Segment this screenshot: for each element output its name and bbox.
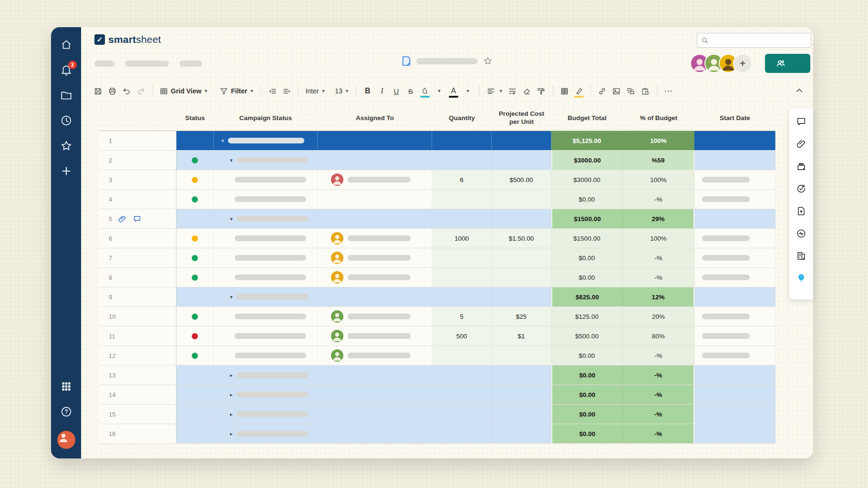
- home-icon[interactable]: [60, 39, 72, 51]
- budget-total-cell[interactable]: $1500.00: [551, 229, 623, 248]
- projected-cost-cell[interactable]: [492, 287, 551, 306]
- pct-of-budget-cell[interactable]: 100%: [623, 131, 694, 150]
- row-expand-caret[interactable]: ▸: [228, 431, 235, 437]
- budget-total-cell[interactable]: $0.00: [551, 248, 623, 267]
- quantity-cell[interactable]: [432, 346, 492, 365]
- projected-cost-cell[interactable]: [492, 190, 551, 209]
- campaign-status-cell[interactable]: ▾: [214, 209, 318, 228]
- update-requests-icon[interactable]: [796, 183, 806, 194]
- campaign-status-cell[interactable]: ▸: [214, 424, 318, 443]
- quantity-cell[interactable]: [432, 405, 492, 424]
- strikethrough-button[interactable]: S: [403, 83, 418, 99]
- row-number-cell[interactable]: 3: [99, 170, 176, 189]
- quantity-cell[interactable]: [432, 151, 492, 170]
- row-number-cell[interactable]: 7: [99, 248, 176, 267]
- whats-new-balloon-icon[interactable]: [796, 273, 806, 284]
- start-date-cell[interactable]: [694, 287, 775, 306]
- status-cell[interactable]: [176, 170, 214, 189]
- column-header-quantity[interactable]: Quantity: [432, 114, 492, 122]
- font-family-select[interactable]: Inter ▼: [303, 83, 328, 99]
- fill-color-dropdown[interactable]: ▼: [432, 83, 446, 99]
- projected-cost-cell[interactable]: $1: [492, 326, 551, 346]
- underline-button[interactable]: U: [389, 83, 403, 99]
- status-cell[interactable]: [176, 385, 214, 404]
- start-date-cell[interactable]: [694, 405, 775, 424]
- account-avatar[interactable]: [57, 431, 75, 449]
- budget-total-cell[interactable]: $3000.00: [551, 170, 623, 189]
- status-cell[interactable]: [176, 151, 214, 170]
- row-number-cell[interactable]: 13: [99, 366, 176, 385]
- campaign-status-cell[interactable]: ▾: [214, 131, 318, 150]
- assignee-avatar[interactable]: [331, 330, 343, 342]
- sheet-title-placeholder[interactable]: [416, 58, 477, 64]
- pct-of-budget-cell[interactable]: -%: [623, 405, 694, 424]
- collapse-toolbar-icon[interactable]: [794, 85, 805, 96]
- card-icon[interactable]: [624, 83, 638, 99]
- row-number-cell[interactable]: 9: [99, 287, 176, 306]
- assigned-to-cell[interactable]: [318, 307, 432, 326]
- status-cell[interactable]: [176, 248, 214, 267]
- row-attachment-icon[interactable]: [118, 214, 127, 224]
- assignee-avatar[interactable]: [331, 173, 343, 186]
- row-expand-caret[interactable]: ▾: [228, 157, 235, 163]
- start-date-cell[interactable]: [694, 190, 775, 209]
- assigned-to-cell[interactable]: [318, 385, 432, 404]
- projected-cost-cell[interactable]: [492, 151, 551, 170]
- row-number-cell[interactable]: 12: [99, 346, 176, 365]
- assigned-to-cell[interactable]: [318, 366, 432, 385]
- redo-icon[interactable]: [134, 83, 148, 99]
- assigned-to-cell[interactable]: [318, 287, 432, 306]
- projected-cost-cell[interactable]: [492, 366, 551, 385]
- campaign-status-cell[interactable]: ▸: [214, 405, 318, 424]
- assigned-to-cell[interactable]: [318, 268, 432, 287]
- clock-icon[interactable]: [60, 114, 72, 127]
- assigned-to-cell[interactable]: [318, 326, 432, 346]
- publish-icon[interactable]: [796, 206, 806, 216]
- undo-icon[interactable]: [119, 83, 134, 99]
- quantity-cell[interactable]: [432, 209, 492, 228]
- breadcrumb-placeholder[interactable]: [125, 61, 169, 67]
- save-icon[interactable]: [91, 83, 105, 99]
- quantity-cell[interactable]: [432, 287, 492, 306]
- column-header-budget-total[interactable]: Budget Total: [551, 114, 623, 122]
- status-cell[interactable]: [176, 405, 214, 424]
- pct-of-budget-cell[interactable]: 80%: [623, 326, 694, 346]
- campaign-status-cell[interactable]: [214, 229, 318, 248]
- fill-color-button[interactable]: [418, 83, 432, 99]
- budget-total-cell[interactable]: $5,125.00: [551, 131, 623, 150]
- paste-icon[interactable]: [638, 83, 652, 99]
- assigned-to-cell[interactable]: [318, 209, 432, 228]
- start-date-cell[interactable]: [694, 170, 775, 189]
- pct-of-budget-cell[interactable]: -%: [623, 190, 694, 209]
- campaign-status-cell[interactable]: ▸: [214, 366, 318, 385]
- projected-cost-cell[interactable]: [492, 268, 551, 287]
- status-cell[interactable]: [176, 268, 214, 287]
- assigned-to-cell[interactable]: [318, 170, 432, 189]
- budget-total-cell[interactable]: $0.00: [551, 405, 623, 424]
- projected-cost-cell[interactable]: $500.00: [492, 170, 551, 189]
- budget-total-cell[interactable]: $0.00: [551, 424, 623, 443]
- row-number-cell[interactable]: 4: [99, 190, 176, 209]
- italic-button[interactable]: I: [375, 83, 389, 99]
- campaign-status-cell[interactable]: ▾: [214, 151, 318, 170]
- assignee-avatar[interactable]: [331, 232, 343, 244]
- budget-total-cell[interactable]: $0.00: [551, 346, 623, 365]
- eraser-icon[interactable]: [520, 83, 534, 99]
- status-cell[interactable]: [176, 326, 214, 346]
- row-expand-caret[interactable]: ▾: [228, 216, 235, 222]
- attachments-icon[interactable]: [796, 139, 806, 149]
- row-number-cell[interactable]: 5: [99, 209, 176, 228]
- row-number-cell[interactable]: 8: [99, 268, 176, 287]
- projected-cost-cell[interactable]: [492, 385, 551, 404]
- assigned-to-cell[interactable]: [318, 229, 432, 248]
- campaign-status-cell[interactable]: [214, 170, 318, 189]
- image-icon[interactable]: [610, 83, 624, 99]
- projected-cost-cell[interactable]: $25: [492, 307, 551, 326]
- pct-of-budget-cell[interactable]: -%: [623, 248, 694, 267]
- column-header-status[interactable]: Status: [176, 114, 214, 122]
- font-color-dropdown[interactable]: ▼: [461, 83, 475, 99]
- row-number-cell[interactable]: 14: [99, 385, 176, 404]
- campaign-status-cell[interactable]: [214, 326, 318, 346]
- budget-total-cell[interactable]: $125.00: [551, 307, 623, 326]
- projected-cost-cell[interactable]: [492, 248, 551, 267]
